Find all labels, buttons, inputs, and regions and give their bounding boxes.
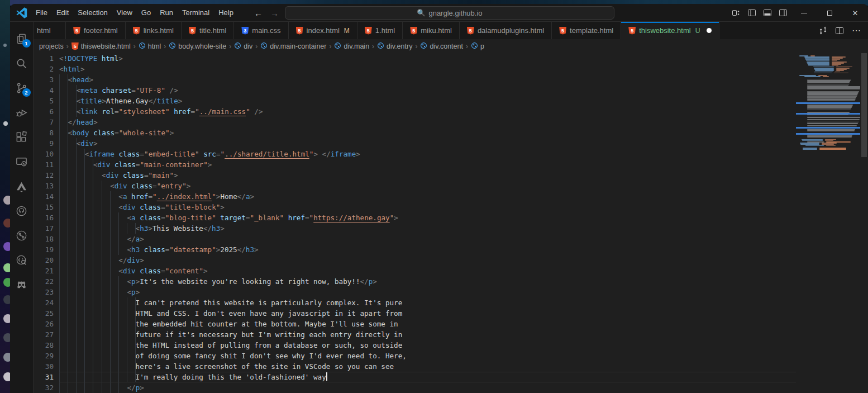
command-center[interactable]: 🔍 gnargle.github.io <box>285 6 614 20</box>
tab-1.html[interactable]: 51.html <box>357 22 403 39</box>
github-icon[interactable] <box>10 198 34 223</box>
breadcrumb-item-div.main-container[interactable]: div.main-container <box>260 42 326 51</box>
code-line[interactable]: 1<!DOCTYPE html> <box>34 53 868 64</box>
menu-file[interactable]: File <box>31 6 52 19</box>
code-line[interactable]: 5<title>Athene.Gay</title> <box>34 96 868 106</box>
breadcrumb-item-projects[interactable]: projects <box>39 42 64 50</box>
more-actions-icon[interactable]: ⋯ <box>849 23 864 38</box>
code-line[interactable]: 6<link rel="stylesheet" href="../main.cs… <box>34 106 868 117</box>
code-line[interactable]: 23<p> <box>34 287 868 297</box>
code-line[interactable]: 10<iframe class="embed-title" src="../sh… <box>34 149 868 159</box>
code-line[interactable]: 16<a class="blog-title" target="_blank" … <box>34 212 868 223</box>
code-line[interactable]: 27future if it's necessary but I'm writi… <box>34 329 868 340</box>
indent-guides <box>59 138 77 149</box>
code-line[interactable]: 8<body class="whole-site"> <box>34 127 868 138</box>
code-line[interactable]: 12<div class="main"> <box>34 170 868 181</box>
code-line[interactable]: 2<html> <box>34 64 868 74</box>
breadcrumb-item-p[interactable]: p <box>471 42 484 51</box>
code-line[interactable]: 24I can't pretend this website is partic… <box>34 297 868 308</box>
code-line[interactable]: 18</a> <box>34 234 868 244</box>
menu-run[interactable]: Run <box>155 6 178 19</box>
code-line[interactable]: 15<div class="title-block"> <box>34 202 868 212</box>
close-button[interactable]: ✕ <box>842 4 868 22</box>
code-search-icon[interactable] <box>10 248 34 272</box>
chevron-right-icon: › <box>228 42 232 50</box>
code-line[interactable]: 31I'm really doing this the 'old-fashion… <box>34 372 868 382</box>
tab-footer.html[interactable]: 5footer.html <box>66 22 126 39</box>
extensions-icon[interactable] <box>10 125 34 149</box>
maximize-button[interactable] <box>817 4 842 22</box>
menu-selection[interactable]: Selection <box>73 6 112 19</box>
code-line[interactable]: 29of doing some fancy shit I don't see w… <box>34 351 868 361</box>
run-debug-icon[interactable] <box>10 100 34 125</box>
menu-help[interactable]: Help <box>214 6 238 19</box>
code-line[interactable]: 22<p>It's the website you're looking at … <box>34 276 868 287</box>
breadcrumb-item-div[interactable]: div <box>234 42 252 51</box>
tab-dalamudplugins.html[interactable]: 5dalamudplugins.html <box>460 22 552 39</box>
line-number: 3 <box>34 74 59 85</box>
toggle-panel-icon[interactable] <box>760 4 775 22</box>
tab-thiswebsite.html[interactable]: 5thiswebsite.htmlU <box>621 22 719 39</box>
toggle-secondary-sidebar-icon[interactable] <box>775 4 791 22</box>
breadcrumb-item-div.main[interactable]: div.main <box>334 42 369 51</box>
code-line[interactable]: 4<meta charset="UTF-8" /> <box>34 85 868 96</box>
tab-html[interactable]: html <box>34 22 66 39</box>
tab-main.css[interactable]: 3main.css <box>234 22 288 39</box>
code-line[interactable]: 28the HTML instead of pulling from a dat… <box>34 340 868 351</box>
code-line[interactable]: 9<div> <box>34 138 868 149</box>
triangle-extension-icon[interactable] <box>10 174 34 198</box>
breadcrumb-item-div.entry[interactable]: div.entry <box>377 42 412 51</box>
breadcrumb-label: p <box>480 42 484 50</box>
code-line[interactable]: 30here's a live screenshot of the site i… <box>34 361 868 372</box>
menu-terminal[interactable]: Terminal <box>178 6 214 19</box>
minimize-button[interactable] <box>791 4 817 22</box>
code-line[interactable]: 26the embedded hit counter at the bottom… <box>34 319 868 329</box>
tab-miku.html[interactable]: 5miku.html <box>403 22 460 39</box>
vscode-window: FileEditSelectionViewGoRunTerminalHelp ←… <box>10 4 868 393</box>
breadcrumb-item-body.whole-site[interactable]: body.whole-site <box>169 42 226 51</box>
code-editor[interactable]: 1<!DOCTYPE html>2<html>3<head>4<meta cha… <box>34 53 868 393</box>
tab-links.html[interactable]: 5links.html <box>126 22 182 39</box>
menu-edit[interactable]: Edit <box>52 6 73 19</box>
indent-guides <box>59 127 68 138</box>
code-line[interactable]: 32</p> <box>34 382 868 393</box>
code-line[interactable]: 7</head> <box>34 117 868 127</box>
line-number: 32 <box>34 382 59 393</box>
explorer-icon[interactable]: 1 <box>10 26 34 51</box>
back-arrow-icon[interactable]: ← <box>254 8 263 18</box>
toggle-sidebar-icon[interactable] <box>744 4 760 22</box>
tab-template.html[interactable]: 5template.html <box>552 22 621 39</box>
code-line[interactable]: 19<h3 class="datestamp">2025</h3> <box>34 244 868 255</box>
git-graph-icon[interactable] <box>10 223 34 248</box>
remote-explorer-icon[interactable] <box>10 149 34 174</box>
line-number: 12 <box>34 170 59 181</box>
godot-icon[interactable] <box>10 272 34 297</box>
search-icon[interactable] <box>10 51 34 75</box>
code-line[interactable]: 14<a href="../index.html">Home</a> <box>34 191 868 202</box>
css-file-icon: 3 <box>241 27 249 35</box>
code-line[interactable]: 3<head> <box>34 74 868 85</box>
code-line[interactable]: 25HTML and CSS. I don't even have any ja… <box>34 308 868 319</box>
menu-go[interactable]: Go <box>137 6 155 19</box>
scrollbar-thumb[interactable] <box>861 53 867 157</box>
split-editor-icon[interactable] <box>832 23 847 38</box>
code-line[interactable]: 20</div> <box>34 255 868 266</box>
line-number: 18 <box>34 234 59 244</box>
breadcrumb-item-html[interactable]: html <box>139 42 161 51</box>
source-control-icon[interactable]: 2 <box>10 75 34 100</box>
minimap[interactable] <box>796 53 860 393</box>
code-line[interactable]: 17<h3>This Website</h3> <box>34 223 868 234</box>
editor-scrollbar[interactable] <box>860 53 868 393</box>
customize-layout-icon[interactable] <box>728 4 744 22</box>
forward-arrow-icon[interactable]: → <box>270 8 279 18</box>
tab-index.html[interactable]: 5index.htmlM <box>289 22 357 39</box>
tab-title.html[interactable]: 5title.html <box>182 22 234 39</box>
code-line[interactable]: 21<div class="content"> <box>34 266 868 276</box>
code-line[interactable]: 13<div class="entry"> <box>34 181 868 191</box>
breadcrumb-item-thiswebsite.html[interactable]: 5thiswebsite.html <box>71 42 131 50</box>
menu-view[interactable]: View <box>112 6 137 19</box>
code-line[interactable]: 11<div class="main-container"> <box>34 159 868 170</box>
open-changes-icon[interactable] <box>815 23 830 38</box>
breadcrumb-item-div.content[interactable]: div.content <box>420 42 463 51</box>
chevron-right-icon: › <box>371 42 375 50</box>
